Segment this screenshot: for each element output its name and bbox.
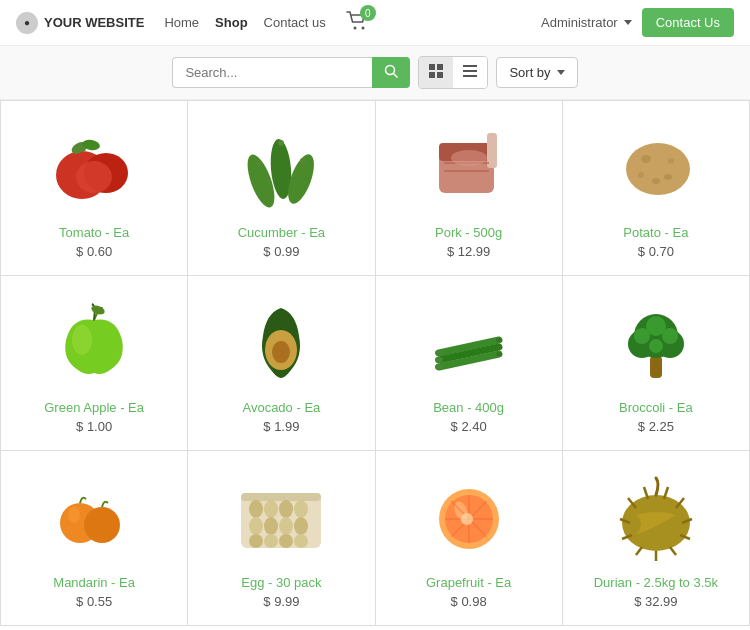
svg-point-43 [435,357,443,363]
svg-rect-7 [437,72,443,78]
product-name[interactable]: Green Apple - Ea [44,400,144,415]
product-card[interactable]: Bean - 400g$ 2.40 [376,276,563,451]
svg-point-30 [664,174,672,180]
svg-rect-10 [463,75,477,77]
cart-badge: 0 [360,5,376,21]
product-name[interactable]: Grapefruit - Ea [426,575,511,590]
svg-point-62 [279,500,293,518]
contact-button[interactable]: Contact Us [642,8,734,37]
svg-point-21 [300,158,306,164]
search-input[interactable] [172,57,372,88]
list-view-button[interactable] [453,57,487,88]
svg-rect-47 [650,356,662,378]
sort-caret-icon [557,70,565,75]
product-image [34,292,154,392]
nav-links: Home Shop Contact us [164,15,325,30]
cart-icon[interactable]: 0 [346,11,368,34]
admin-dropdown[interactable]: Administrator [541,15,632,30]
navbar-left: ● YOUR WEBSITE Home Shop Contact us 0 [16,11,368,34]
svg-point-37 [272,341,290,363]
product-name[interactable]: Egg - 30 pack [241,575,321,590]
product-name[interactable]: Tomato - Ea [59,225,129,240]
product-name[interactable]: Cucumber - Ea [238,225,325,240]
navbar-right: Administrator Contact Us [541,8,734,37]
svg-point-57 [68,507,80,523]
product-image [409,292,529,392]
svg-point-63 [294,500,308,518]
product-image [409,467,529,567]
svg-point-67 [294,517,308,535]
product-card[interactable]: Avocado - Ea$ 1.99 [188,276,375,451]
svg-point-29 [641,155,651,163]
product-price: $ 0.60 [76,244,112,259]
svg-point-45 [435,364,443,370]
svg-point-65 [264,517,278,535]
product-price: $ 2.40 [451,419,487,434]
search-wrap [172,57,410,88]
view-toggle [418,56,488,89]
svg-point-13 [76,161,112,193]
svg-point-20 [278,140,284,146]
product-image [34,467,154,567]
admin-label: Administrator [541,15,618,30]
product-image [221,467,341,567]
svg-point-42 [496,338,502,342]
svg-point-41 [435,350,443,356]
product-card[interactable]: Grapefruit - Ea$ 0.98 [376,451,563,626]
product-card[interactable]: Egg - 30 pack$ 9.99 [188,451,375,626]
product-name[interactable]: Bean - 400g [433,400,504,415]
svg-point-27 [451,150,487,166]
svg-point-1 [361,27,364,30]
product-price: $ 2.25 [638,419,674,434]
svg-point-33 [668,159,674,164]
product-name[interactable]: Potato - Ea [623,225,688,240]
svg-rect-6 [429,72,435,78]
svg-point-34 [72,325,92,355]
product-image [221,117,341,217]
product-grid: Tomato - Ea$ 0.60 Cucumber - Ea$ 0.99 Po… [0,100,750,626]
search-button[interactable] [372,57,410,88]
product-card[interactable]: Broccoli - Ea$ 2.25 [563,276,750,451]
brand-icon: ● [16,12,38,34]
grid-view-button[interactable] [419,57,453,88]
product-name[interactable]: Pork - 500g [435,225,502,240]
product-card[interactable]: Green Apple - Ea$ 1.00 [1,276,188,451]
svg-point-60 [249,500,263,518]
product-name[interactable]: Avocado - Ea [242,400,320,415]
product-card[interactable]: Tomato - Ea$ 0.60 [1,101,188,276]
svg-point-69 [264,534,278,548]
brand-name: YOUR WEBSITE [44,15,144,30]
product-card[interactable]: Potato - Ea$ 0.70 [563,101,750,276]
product-card[interactable]: Cucumber - Ea$ 0.99 [188,101,375,276]
product-price: $ 9.99 [263,594,299,609]
brand: ● YOUR WEBSITE [16,12,144,34]
svg-point-52 [634,328,650,344]
product-price: $ 12.99 [447,244,490,259]
product-image [596,292,716,392]
product-card[interactable]: Durian - 2.5kg to 3.5k$ 32.99 [563,451,750,626]
product-card[interactable]: Pork - 500g$ 12.99 [376,101,563,276]
svg-point-28 [626,143,690,195]
product-price: $ 32.99 [634,594,677,609]
svg-point-0 [353,27,356,30]
product-price: $ 0.98 [451,594,487,609]
product-name[interactable]: Mandarin - Ea [53,575,135,590]
svg-rect-4 [429,64,435,70]
product-price: $ 0.70 [638,244,674,259]
product-image [34,117,154,217]
sort-by-button[interactable]: Sort by [496,57,577,88]
nav-home[interactable]: Home [164,15,199,30]
product-card[interactable]: Mandarin - Ea$ 0.55 [1,451,188,626]
svg-point-56 [84,507,120,543]
nav-contact[interactable]: Contact us [264,15,326,30]
navbar: ● YOUR WEBSITE Home Shop Contact us 0 Ad… [0,0,750,46]
svg-point-35 [90,304,106,316]
svg-point-61 [264,500,278,518]
product-name[interactable]: Broccoli - Ea [619,400,693,415]
nav-shop[interactable]: Shop [215,15,248,30]
svg-rect-9 [463,70,477,72]
svg-line-90 [636,547,642,555]
svg-point-66 [279,517,293,535]
product-name[interactable]: Durian - 2.5kg to 3.5k [594,575,718,590]
product-price: $ 0.55 [76,594,112,609]
